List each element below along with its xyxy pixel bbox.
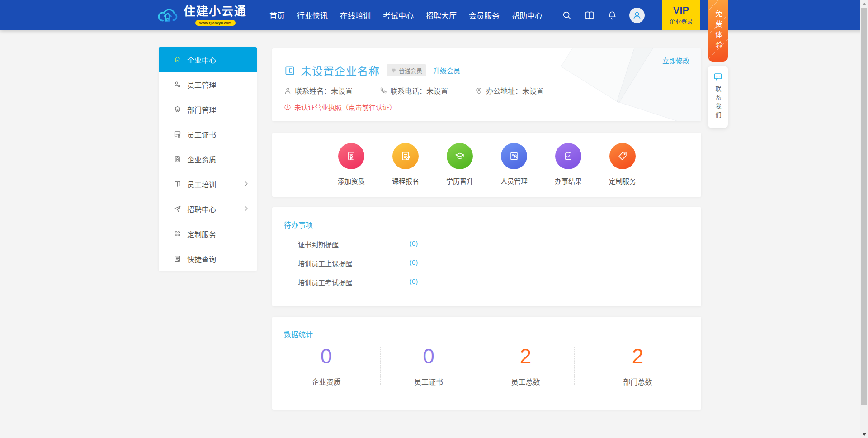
certificate-add-icon <box>345 150 358 162</box>
scrollbar-thumb[interactable] <box>861 8 867 405</box>
pencil-doc-icon <box>399 150 412 162</box>
stat-divider <box>477 347 477 385</box>
office-address-field: 办公地址： 未设置 <box>475 85 544 96</box>
sidebar-item-label: 员工培训 <box>187 179 216 190</box>
sidebar-item-employee-certificates[interactable]: 员工证书 <box>159 122 257 147</box>
stat-total-departments: 2 部门总数 <box>574 345 701 387</box>
scrollbar-up-arrow[interactable] <box>860 0 868 7</box>
nav-item-help-center[interactable]: 帮助中心 <box>512 10 542 21</box>
quick-action-add-qualification[interactable]: 添加资质 <box>325 143 377 186</box>
upgrade-member-link[interactable]: 升级会员 <box>433 66 460 75</box>
company-building-icon <box>284 65 296 76</box>
member-badge[interactable]: 普通会员 <box>387 64 426 76</box>
contact-us-widget[interactable]: 联系我们 <box>708 66 728 128</box>
header-icon-group <box>562 0 645 30</box>
sidebar-item-enterprise-qualifications[interactable]: 企业资质 <box>159 147 257 171</box>
sidebar-item-label: 企业资质 <box>187 154 216 165</box>
stat-divider <box>574 347 575 385</box>
library-icon[interactable] <box>584 10 595 21</box>
stat-label: 员工总数 <box>477 376 574 387</box>
sidebar-item-employee-management[interactable]: 员工管理 <box>159 72 257 97</box>
diamond-icon <box>391 68 396 73</box>
sidebar-item-label: 员工管理 <box>187 79 216 90</box>
free-trial-ribbon[interactable]: 免费体验 <box>708 0 728 62</box>
license-warning-text: 未认证营业执照（点击前往认证） <box>294 102 396 112</box>
todo-section-title: 待办事项 <box>284 219 313 230</box>
quick-action-personnel-management[interactable]: 人员管理 <box>488 143 540 186</box>
quick-action-label: 人员管理 <box>500 176 528 186</box>
quick-action-label: 定制服务 <box>609 176 636 186</box>
contact-name-label: 联系姓名： <box>295 85 331 96</box>
todo-label: 培训员工考试提醒 <box>298 279 352 286</box>
office-address-label: 办公地址： <box>486 85 522 96</box>
quick-action-service-results[interactable]: 办事结果 <box>542 143 594 186</box>
certificate-icon <box>174 130 181 138</box>
todo-count: (0) <box>410 277 418 285</box>
data-statistics-card: 数据统计 0 企业资质 0 员工证书 2 员工总数 2 部门总数 <box>272 317 701 410</box>
free-trial-label: 免费体验 <box>712 10 723 52</box>
sidebar-item-recruitment-center[interactable]: 招聘中心 <box>159 196 257 221</box>
stat-value: 2 <box>574 345 701 367</box>
scrollbar-down-arrow[interactable] <box>860 431 868 438</box>
bell-icon[interactable] <box>607 10 617 20</box>
stat-value: 0 <box>380 345 477 367</box>
main-nav: 首页 行业快讯 在线培训 考试中心 招聘大厅 会员服务 帮助中心 <box>269 0 542 30</box>
doc-search-icon <box>174 255 181 262</box>
nav-item-industry-news[interactable]: 行业快讯 <box>297 10 328 21</box>
quick-action-custom-service[interactable]: 定制服务 <box>596 143 649 186</box>
todo-count: (0) <box>410 239 418 247</box>
todo-row-cert-expiry[interactable]: 证书到期提醒 (0) <box>298 239 488 249</box>
vip-login-button[interactable]: VIP 企业登录 <box>662 0 700 30</box>
nav-item-online-training[interactable]: 在线培训 <box>340 10 371 21</box>
sidebar-item-employee-training[interactable]: 员工培训 <box>159 171 257 196</box>
company-info-card: 立即修改 未设置企业名称 普通会员 升级会员 联系姓名： 未设置 联系电话： 未… <box>272 48 701 121</box>
home-icon <box>174 56 181 63</box>
stat-divider <box>380 347 381 385</box>
sidebar-item-label: 部门管理 <box>187 104 216 115</box>
graduation-cap-icon <box>453 150 466 162</box>
office-address-value: 未设置 <box>522 85 544 96</box>
sidebar-item-department-management[interactable]: 部门管理 <box>159 97 257 122</box>
vip-sublabel: 企业登录 <box>669 17 693 25</box>
brand-logo[interactable]: 住建小云通 www.zjianxyu.com <box>156 3 247 26</box>
location-icon <box>475 87 483 95</box>
scrollbar[interactable] <box>860 0 868 438</box>
nav-item-home[interactable]: 首页 <box>269 10 285 21</box>
vip-label: VIP <box>673 5 689 16</box>
quick-action-education-promotion[interactable]: 学历晋升 <box>434 143 486 186</box>
id-card-icon <box>508 150 520 162</box>
sidebar-item-label: 招聘中心 <box>187 204 216 214</box>
top-navbar: 住建小云通 www.zjianxyu.com 首页 行业快讯 在线培训 考试中心… <box>0 0 868 30</box>
todo-row-training-class[interactable]: 培训员工上课提醒 (0) <box>298 258 488 268</box>
contact-phone-value: 未设置 <box>426 85 448 96</box>
edit-now-link[interactable]: 立即修改 <box>662 56 689 65</box>
nav-item-exam-center[interactable]: 考试中心 <box>383 10 414 21</box>
user-avatar[interactable] <box>629 8 645 23</box>
quick-actions-card: 添加资质 课程报名 学历晋升 人员管理 办事结果 <box>272 133 701 197</box>
stat-enterprise-qualifications: 0 企业资质 <box>272 345 380 387</box>
cloud-house-logo-icon <box>156 3 179 26</box>
member-badge-label: 普通会员 <box>399 66 422 75</box>
chevron-right-icon <box>245 181 248 186</box>
layers-icon <box>174 105 181 113</box>
stat-label: 员工证书 <box>380 376 477 387</box>
stat-employee-certificates: 0 员工证书 <box>380 345 477 387</box>
license-warning[interactable]: 未认证营业执照（点击前往认证） <box>284 102 396 112</box>
stat-total-employees: 2 员工总数 <box>477 345 574 387</box>
stats-section-title: 数据统计 <box>284 328 313 339</box>
chat-bubble-icon <box>713 71 723 81</box>
stat-label: 企业资质 <box>272 376 380 387</box>
nav-item-member-services[interactable]: 会员服务 <box>469 10 500 21</box>
quick-action-label: 添加资质 <box>338 176 365 186</box>
search-icon[interactable] <box>562 10 572 20</box>
nav-item-job-hall[interactable]: 招聘大厅 <box>426 10 457 21</box>
sidebar-item-custom-services[interactable]: 定制服务 <box>159 221 257 246</box>
command-icon <box>174 230 181 238</box>
sidebar-item-enterprise-center[interactable]: 企业中心 <box>159 47 257 72</box>
sidebar-item-quick-search[interactable]: 快捷查询 <box>159 246 257 271</box>
contact-name-value: 未设置 <box>331 85 353 96</box>
todo-row-training-exam[interactable]: 培训员工考试提醒 (0) <box>298 277 488 287</box>
user-icon <box>284 87 292 95</box>
quick-action-course-signup[interactable]: 课程报名 <box>379 143 432 186</box>
chevron-right-icon <box>245 206 248 211</box>
